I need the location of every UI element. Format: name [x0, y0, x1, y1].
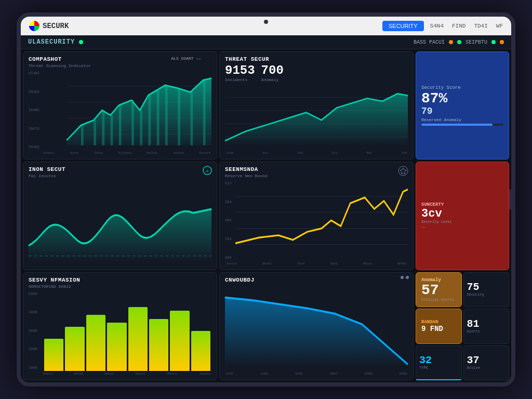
panel5-y-labels: 50004000300020001000 [29, 291, 37, 371]
panel6-controls [401, 276, 409, 279]
mini-stat3-label: TYPE [419, 366, 458, 370]
stat1-sublabel: Reserved Anomaly [421, 117, 503, 122]
panel2-count2-label: Anomaly [261, 77, 284, 82]
panel3-title: INON SECUT [29, 166, 211, 172]
panel1-x-labels: Jn4bui4nnotJobinPujobonMalbocJubieoSnoot… [29, 151, 211, 155]
stat-card-orange2: RANDAN 9 FND [416, 309, 462, 343]
panel6-x-labels: SJNTSJNENINESNOTAOOWNONB [225, 372, 408, 376]
stat2-sublabel2: —— [421, 225, 503, 229]
panel2-count1-label: Incidents [225, 77, 255, 82]
stat3-sublabel: Critical Alerts [421, 298, 456, 302]
svg-text:⊙: ⊙ [206, 169, 209, 174]
stat2-value: 3cv [421, 208, 503, 220]
status-dot-orange [449, 40, 453, 44]
nav-links: S4N4 FIND TD4I WF [430, 23, 503, 29]
status-dot-green3 [491, 40, 496, 44]
main-grid: COMPASHOT Threat Scanning Indicator ALS … [21, 49, 511, 382]
panel2-count2: 700 [261, 63, 284, 77]
svg-rect-8 [119, 105, 122, 145]
panel6-title: CNWOUBDJ [225, 277, 408, 283]
status-dot-green2 [457, 40, 461, 44]
panel5-bars [43, 291, 211, 371]
panel-cnwoubdj: CNWOUBDJ [219, 272, 414, 380]
panel-compashot: COMPASHOT Threat Scanning Indicator ALS … [23, 51, 217, 159]
svg-rect-12 [157, 90, 159, 145]
logo-icon [29, 21, 39, 31]
panel1-chart: HI4NSIN4OSIN4NOIN4TOIN40S [29, 70, 211, 150]
panel-inon: INON SECUT Pal Incutos ⊙ [23, 162, 217, 270]
sub-header-item-2: SEIPBTU [466, 39, 487, 45]
svg-rect-16 [203, 80, 206, 145]
stat1-value: 87% [421, 91, 503, 106]
mini-stat-4: 37 Active [463, 345, 510, 380]
status-dot-orange2 [500, 40, 504, 44]
dashboard: ULASECURITY BASS PACUI SEIPBTU COMPASHOT… [21, 35, 511, 382]
cta-button[interactable]: SECURITY [382, 21, 424, 31]
bar-3 [86, 315, 105, 371]
panel4-chart: HI4IN44N4IN4000 [225, 180, 408, 260]
nav-link-2[interactable]: FIND [452, 23, 466, 29]
panel3-subtitle: Pal Incutos [29, 174, 211, 178]
panel2-nums: 9153 Incidents 700 Anomaly [225, 63, 408, 82]
bar-2 [65, 327, 84, 371]
svg-rect-9 [131, 100, 134, 145]
panel1-y-labels: HI4NSIN4OSIN4NOIN4TOIN40S [29, 70, 39, 150]
panel2-title: THREAT SECUR [225, 56, 408, 62]
stat4-value: 9 FND [421, 325, 456, 332]
nav-link-3[interactable]: TD4I [474, 23, 487, 29]
bar-6 [149, 319, 168, 371]
panel-seenmsnda: SEENMSNDA Reserve Neo Bound HI4IN44N4IN4… [219, 162, 414, 270]
panel1-subtitle: Threat Scanning Indicator [29, 63, 211, 68]
stat1-progress-fill [421, 124, 493, 126]
panel4-y-labels: HI4IN44N4IN4000 [225, 180, 232, 260]
mini-stat2-val: 81 [467, 319, 506, 329]
mini-stat4-label: Active [467, 366, 506, 370]
panel2-count1: 9153 [225, 63, 255, 77]
svg-rect-13 [165, 85, 168, 145]
panel-sesvy: SESVY NFMASION NOMSCTORING 98822 5000400… [23, 272, 217, 380]
sub-header-item-1: BASS PACUI [414, 39, 445, 45]
panel1-legend: ALS GOANT —— [171, 56, 201, 61]
mini-stat-1: 75 Security [463, 272, 510, 307]
panel5-chart: 50004000300020001000 [29, 291, 211, 371]
svg-rect-15 [191, 92, 193, 145]
bar-7 [170, 311, 189, 371]
panel4-title: SEENMSNDA [225, 166, 408, 172]
mini-stat-3: 32 TYPE [416, 345, 462, 380]
mini-stat4-val: 37 [467, 355, 506, 366]
stat1-label-top: Security Score [421, 85, 503, 90]
nav-link-1[interactable]: S4N4 [430, 23, 444, 29]
stat2-label: SUNCERTY [421, 202, 503, 207]
panel4-x-labels: JobiuoNb4bi4SioSnOt4NcooNO4bo [225, 262, 408, 265]
mini-stat3-val: 32 [419, 355, 458, 366]
panel3-chart [29, 180, 211, 265]
panel2-chart [225, 84, 408, 150]
svg-rect-7 [111, 115, 113, 145]
panel4-subtitle: Reserve Neo Bound [225, 174, 408, 178]
panel6-chart [225, 284, 408, 371]
nav-link-4[interactable]: WF [496, 23, 503, 29]
mini-stat1-label: Security [467, 292, 506, 297]
app-logo: SECURK [29, 21, 69, 31]
sub-header: ULASECURITY BASS PACUI SEIPBTU [21, 35, 511, 49]
stat2-sublabel: Security Level [421, 220, 503, 224]
svg-rect-10 [140, 110, 142, 145]
bar-8 [191, 331, 210, 371]
panel3-icon: ⊙ [202, 165, 212, 178]
panel2-x-labels: Jn4b4nnJobPujMalJub [225, 151, 408, 155]
bar-5 [128, 307, 148, 371]
mini-stat2-label: Alerts [467, 329, 506, 334]
sub-header-title: ULASECURITY [28, 38, 75, 46]
panel4-icon [397, 165, 409, 179]
stat1-progress-bg [421, 124, 503, 126]
bar-4 [107, 323, 126, 371]
stat-card-blue: Security Score 87% 79 Reserved Anomaly [416, 51, 509, 159]
stat-card-red: SUNCERTY 3cv Security Level —— [416, 162, 509, 270]
stat3-value: 57 [421, 283, 456, 298]
panel6-dot2 [406, 276, 409, 279]
panel6-dot1 [401, 276, 404, 279]
panel5-x-labels: BobioBO2biBobioBubo44MslocJubibo [29, 372, 211, 376]
svg-rect-4 [81, 125, 84, 145]
stat1-sub: 79 [421, 106, 503, 116]
tablet-frame: SECURK SECURITY S4N4 FIND TD4I WF ULASEC… [17, 12, 515, 387]
